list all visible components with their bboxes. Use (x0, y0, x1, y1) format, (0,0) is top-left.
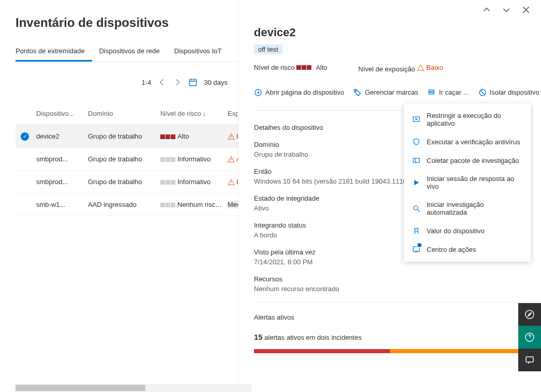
cell-device: device2 (36, 132, 88, 140)
cell-risk: Informativo (160, 178, 228, 186)
svg-point-10 (525, 310, 534, 319)
selected-check-icon: ✓ (21, 132, 29, 141)
cell-exposure: Baixo (228, 132, 238, 140)
field-resources-label: Recursos (254, 275, 525, 283)
manage-tags-button[interactable]: Gerenciar marcas (353, 88, 418, 97)
cell-domain: Grupo de trabalho (88, 155, 160, 163)
time-range[interactable]: 30 days (204, 79, 228, 86)
cell-domain: Grupo de trabalho (88, 178, 160, 186)
svg-point-2 (355, 91, 356, 92)
svg-rect-4 (429, 93, 434, 94)
cell-risk: Nenhum risco conhecido (160, 201, 228, 208)
horizontal-scrollbar[interactable] (16, 384, 251, 392)
sort-desc-icon: ↓ (203, 110, 206, 117)
tabs-bar: Pontos de extremidade Dispositivos de re… (16, 43, 238, 62)
table-header: Dispositivo... Domínio Nível de risco↓ E… (16, 102, 238, 125)
risk-level-label: Nível de risco Alto (254, 64, 327, 73)
cell-device: smbprod... (36, 155, 88, 163)
menu-collect-package[interactable]: Coletar pacote de investigação (404, 151, 531, 170)
list-toolbar: 1-4 30 days (16, 78, 238, 87)
panel-close-button[interactable] (521, 5, 531, 14)
svg-rect-12 (526, 357, 533, 362)
field-resources-value: Nenhum recurso encontrado (254, 285, 525, 293)
col-exposure[interactable]: Exposição de... (228, 110, 238, 117)
open-device-page-button[interactable]: Abrir página do dispositivo (254, 88, 344, 97)
menu-action-center[interactable]: Centro de ações (404, 240, 531, 259)
menu-device-value[interactable]: Valor do dispositivo (404, 221, 531, 240)
table-row[interactable]: smbprod... Grupo de trabalho Informativo… (16, 148, 238, 171)
calendar-icon[interactable] (188, 78, 198, 87)
panel-down-button[interactable] (502, 5, 511, 14)
alerts-severity-bar (254, 349, 525, 353)
tab-network-devices[interactable]: Dispositivos de rede (99, 43, 167, 62)
cell-exposure: Baixo (228, 178, 238, 186)
cell-risk: Informativo (160, 155, 228, 163)
svg-rect-3 (429, 90, 434, 92)
svg-rect-7 (413, 158, 419, 162)
cell-device: smb-w1... (36, 201, 88, 208)
panel-up-button[interactable] (482, 5, 491, 14)
cell-domain: AAD ingressado (88, 201, 160, 208)
actions-menu: Restringir a execução do aplicativo Exec… (404, 103, 531, 262)
alerts-count-text: 15 alertas ativos em dois incidentes (254, 333, 525, 341)
svg-point-8 (414, 206, 418, 210)
isolate-device-button[interactable]: Isolar dispositivo (478, 88, 539, 97)
fab-help-button[interactable] (518, 326, 541, 349)
table-row[interactable]: smbprod... Grupo de trabalho Informativo… (16, 171, 238, 193)
go-hunt-button[interactable]: Ir caçar ... (428, 88, 469, 97)
device-panel: device2 off test Nível de risco Alto Nív… (238, 0, 541, 392)
menu-restrict-app[interactable]: Restringir a execução do aplicativo (404, 107, 531, 132)
next-page-button[interactable] (173, 78, 182, 87)
menu-automated-investigation[interactable]: Iniciar investigação automatizada (404, 195, 531, 221)
menu-run-antivirus[interactable]: Executar a verificação antivírus (404, 132, 531, 151)
device-name: device2 (254, 26, 525, 39)
menu-live-response[interactable]: Iniciar sessão de resposta ao vivo (404, 170, 531, 195)
col-domain[interactable]: Domínio (88, 110, 160, 117)
floating-buttons (518, 303, 541, 371)
fab-compass-button[interactable] (518, 303, 541, 326)
cell-device: smbprod... (36, 178, 88, 186)
cell-domain: Grupo de trabalho (88, 132, 160, 140)
table-row[interactable]: ✓ device2 Grupo de trabalho Alto Baixo (16, 125, 238, 148)
notification-dot-icon (416, 242, 423, 248)
fab-feedback-button[interactable] (518, 349, 541, 371)
tab-endpoints[interactable]: Pontos de extremidade (16, 43, 92, 62)
col-device[interactable]: Dispositivo... (36, 110, 88, 117)
table-row[interactable]: smb-w1... AAD ingressado Nenhum risco co… (16, 193, 238, 216)
svg-rect-0 (190, 79, 197, 85)
row-count: 1-4 (142, 79, 152, 86)
prev-page-button[interactable] (157, 78, 167, 87)
cell-exposure: Alto (228, 155, 238, 163)
active-alerts-title: Alertas ativos (254, 313, 294, 321)
page-title: Inventário de dispositivos (16, 16, 238, 30)
cell-risk: Alto (160, 132, 228, 140)
exposure-level-label: Nível de exposição Baixo (358, 64, 443, 73)
tab-iot-devices[interactable]: Dispositivos IoT (174, 43, 229, 62)
cell-exposure: Medio ... (228, 201, 238, 208)
device-tag[interactable]: off test (254, 44, 282, 54)
col-risk[interactable]: Nível de risco↓ (160, 110, 228, 117)
